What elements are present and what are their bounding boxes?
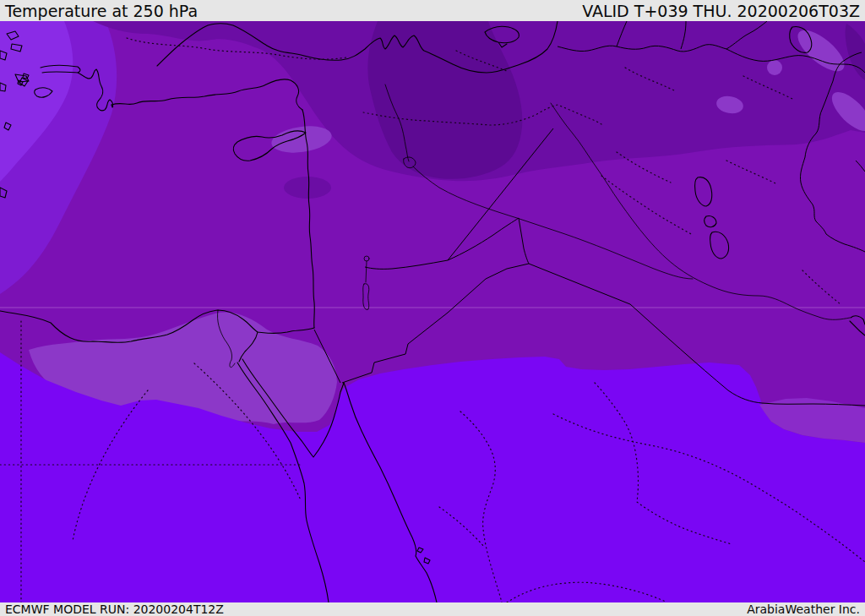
weather-map-screen: Temperature at 250 hPa VALID T+039 THU. … bbox=[0, 0, 865, 616]
fill-dark-ellipse-south-of-cyprus bbox=[284, 177, 331, 199]
weather-map bbox=[0, 21, 865, 602]
temperature-fill-layer bbox=[0, 21, 865, 602]
branding-label: ArabiaWeather Inc. bbox=[747, 602, 860, 616]
header-bar: Temperature at 250 hPa VALID T+039 THU. … bbox=[0, 0, 865, 21]
valid-time-label: VALID T+039 THU. 20200206T03Z bbox=[582, 2, 860, 21]
page-title: Temperature at 250 hPa bbox=[5, 2, 198, 21]
footer-bar: ECMWF MODEL RUN: 20200204T12Z ArabiaWeat… bbox=[0, 602, 865, 616]
temperature-map-svg bbox=[0, 21, 865, 602]
model-run-label: ECMWF MODEL RUN: 20200204T12Z bbox=[5, 602, 224, 616]
fill-light-spot-ne bbox=[767, 60, 782, 75]
